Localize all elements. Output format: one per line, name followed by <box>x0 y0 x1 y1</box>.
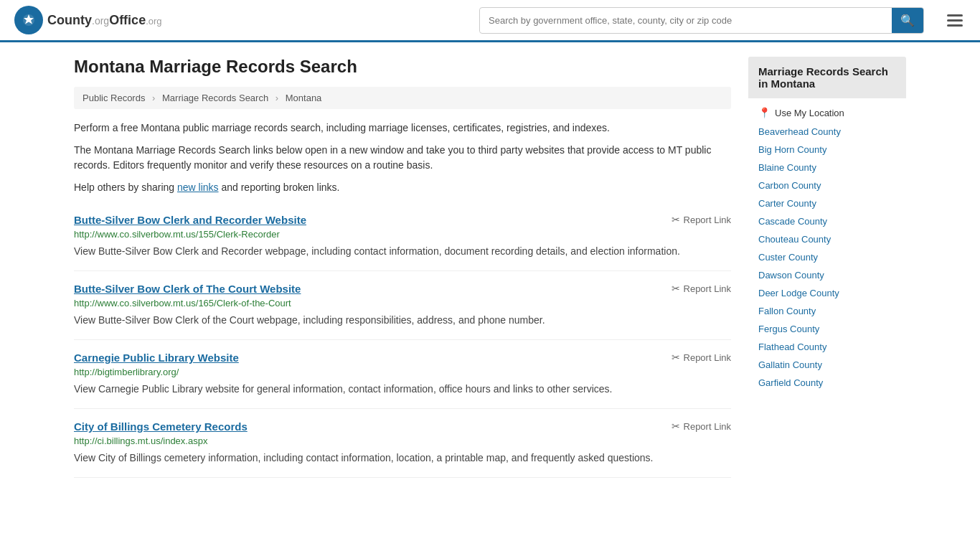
sidebar-county-item: Gallatin County <box>748 356 906 374</box>
sidebar-county-item: Big Horn County <box>748 141 906 159</box>
sidebar-county-item: Custer County <box>748 248 906 266</box>
logo-icon <box>14 6 43 34</box>
sidebar-county-item: Fergus County <box>748 320 906 338</box>
sidebar-county-garfield-county[interactable]: Garfield County <box>748 374 906 392</box>
sidebar-county-item: Chouteau County <box>748 230 906 248</box>
intro-paragraph-1: Perform a free Montana public marriage r… <box>74 121 731 136</box>
breadcrumb: Public Records › Marriage Records Search… <box>74 87 731 109</box>
result-header: Butte-Silver Bow Clerk and Recorder Webs… <box>74 214 731 226</box>
sidebar-county-carter-county[interactable]: Carter County <box>748 194 906 212</box>
result-desc-1: View Butte-Silver Bow Clerk and Recorder… <box>74 244 731 259</box>
result-desc-2: View Butte-Silver Bow Clerk of the Court… <box>74 313 731 328</box>
report-link-label-4: Report Link <box>684 421 731 432</box>
sidebar-county-item: Beaverhead County <box>748 123 906 141</box>
result-url-4[interactable]: http://ci.billings.mt.us/index.aspx <box>74 435 731 446</box>
result-url-1[interactable]: http://www.co.silverbow.mt.us/155/Clerk-… <box>74 229 731 240</box>
location-pin-icon: 📍 <box>758 107 771 118</box>
sidebar-county-carbon-county[interactable]: Carbon County <box>748 176 906 194</box>
result-header: Butte-Silver Bow Clerk of The Court Webs… <box>74 283 731 295</box>
report-link-icon-3: ✂ <box>672 352 680 363</box>
sidebar-county-custer-county[interactable]: Custer County <box>748 248 906 266</box>
result-title-1[interactable]: Butte-Silver Bow Clerk and Recorder Webs… <box>74 214 306 226</box>
sidebar-county-deer-lodge-county[interactable]: Deer Lodge County <box>748 284 906 302</box>
main-layout: Montana Marriage Records Search Public R… <box>60 42 920 492</box>
result-url-3[interactable]: http://bigtimberlibrary.org/ <box>74 367 731 377</box>
result-item: City of Billings Cemetery Records ✂ Repo… <box>74 409 731 478</box>
use-my-location-label: Use My Location <box>775 108 844 118</box>
sidebar-county-fergus-county[interactable]: Fergus County <box>748 320 906 338</box>
breadcrumb-marriage-records[interactable]: Marriage Records Search <box>162 93 268 103</box>
report-link-label-2: Report Link <box>684 283 731 294</box>
report-link-3[interactable]: ✂ Report Link <box>672 352 731 363</box>
logo-text: County.orgOffice.org <box>47 13 162 28</box>
result-url-2[interactable]: http://www.co.silverbow.mt.us/165/Clerk-… <box>74 298 731 309</box>
hamburger-icon <box>947 14 963 27</box>
result-title-3[interactable]: Carnegie Public Library Website <box>74 352 239 364</box>
sidebar-county-item: Carter County <box>748 194 906 212</box>
report-link-4[interactable]: ✂ Report Link <box>672 420 731 432</box>
search-bar: 🔍 <box>479 7 924 34</box>
sidebar-county-flathead-county[interactable]: Flathead County <box>748 338 906 356</box>
sidebar-county-item: Garfield County <box>748 374 906 392</box>
result-item: Butte-Silver Bow Clerk and Recorder Webs… <box>74 202 731 271</box>
sidebar-county-item: Flathead County <box>748 338 906 356</box>
result-header: Carnegie Public Library Website ✂ Report… <box>74 352 731 364</box>
result-header: City of Billings Cemetery Records ✂ Repo… <box>74 420 731 433</box>
sidebar-county-item: Carbon County <box>748 176 906 194</box>
report-link-icon-1: ✂ <box>672 214 680 225</box>
sidebar-county-item: Dawson County <box>748 266 906 284</box>
intro-paragraph-2: The Montana Marriage Records Search link… <box>74 143 731 173</box>
page-title: Montana Marriage Records Search <box>74 57 731 77</box>
sidebar-county-dawson-county[interactable]: Dawson County <box>748 266 906 284</box>
result-title-4[interactable]: City of Billings Cemetery Records <box>74 420 248 433</box>
sidebar-county-big-horn-county[interactable]: Big Horn County <box>748 141 906 159</box>
intro-paragraph-3: Help others by sharing new links and rep… <box>74 180 731 195</box>
report-link-label-3: Report Link <box>684 352 731 363</box>
sidebar-county-cascade-county[interactable]: Cascade County <box>748 212 906 230</box>
report-link-label-1: Report Link <box>684 215 731 225</box>
hamburger-menu-button[interactable] <box>944 11 966 29</box>
sidebar-county-item: Deer Lodge County <box>748 284 906 302</box>
result-item: Carnegie Public Library Website ✂ Report… <box>74 340 731 409</box>
breadcrumb-public-records[interactable]: Public Records <box>83 93 145 103</box>
site-header: County.orgOffice.org 🔍 <box>0 0 980 42</box>
report-link-icon-4: ✂ <box>672 420 680 432</box>
search-button[interactable]: 🔍 <box>892 8 923 33</box>
sidebar: Marriage Records Search in Montana 📍 Use… <box>748 57 906 478</box>
use-my-location[interactable]: 📍 Use My Location <box>748 103 906 123</box>
result-desc-4: View City of Billings cemetery informati… <box>74 451 731 466</box>
report-link-2[interactable]: ✂ Report Link <box>672 283 731 294</box>
report-link-1[interactable]: ✂ Report Link <box>672 214 731 225</box>
result-desc-3: View Carnegie Public Library website for… <box>74 382 731 397</box>
result-item: Butte-Silver Bow Clerk of The Court Webs… <box>74 271 731 340</box>
result-title-2[interactable]: Butte-Silver Bow Clerk of The Court Webs… <box>74 283 301 295</box>
sidebar-county-list: 📍 Use My Location Beaverhead CountyBig H… <box>748 98 906 396</box>
site-logo[interactable]: County.orgOffice.org <box>14 6 162 34</box>
sidebar-heading: Marriage Records Search in Montana <box>748 57 906 98</box>
results-list: Butte-Silver Bow Clerk and Recorder Webs… <box>74 202 731 478</box>
sidebar-county-item: Blaine County <box>748 159 906 176</box>
sidebar-county-gallatin-county[interactable]: Gallatin County <box>748 356 906 374</box>
sidebar-county-beaverhead-county[interactable]: Beaverhead County <box>748 123 906 141</box>
content-area: Montana Marriage Records Search Public R… <box>74 57 731 478</box>
logo-suffix: .org <box>92 15 109 27</box>
new-links-link[interactable]: new links <box>177 182 219 193</box>
sidebar-county-blaine-county[interactable]: Blaine County <box>748 159 906 176</box>
sidebar-county-item: Cascade County <box>748 212 906 230</box>
sidebar-county-chouteau-county[interactable]: Chouteau County <box>748 230 906 248</box>
sidebar-county-item: Fallon County <box>748 302 906 320</box>
report-link-icon-2: ✂ <box>672 283 680 294</box>
search-icon: 🔍 <box>900 14 915 27</box>
sidebar-county-fallon-county[interactable]: Fallon County <box>748 302 906 320</box>
search-input[interactable] <box>480 9 892 32</box>
breadcrumb-montana[interactable]: Montana <box>286 93 322 103</box>
